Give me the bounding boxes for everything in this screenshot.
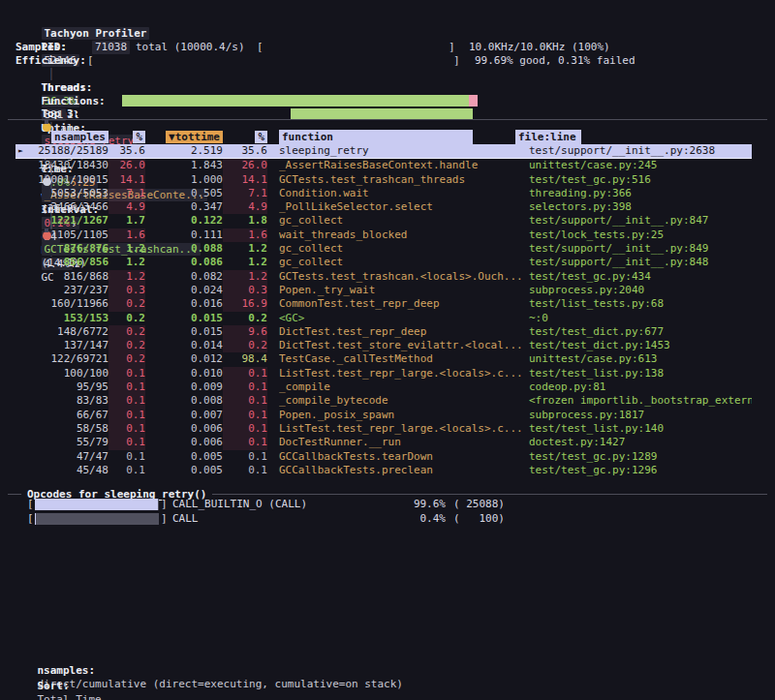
fileline-cell: codeop.py:81 [529, 380, 752, 394]
fileline-cell: ~:0 [529, 312, 752, 325]
table-row[interactable]: 237/237 0.3 0.024 0.3 Popen._try_wait su… [16, 284, 752, 297]
function-cell: _PollLikeSelector.select [279, 200, 529, 214]
pct-cumulative-cell: 14.1 [223, 173, 267, 187]
pct-direct-cell: 0.1 [108, 436, 145, 449]
pct-cumulative-cell: 0.1 [223, 394, 267, 408]
table-row[interactable]: 816/868 1.2 0.082 1.2 GCTests.test_trash… [16, 270, 752, 284]
tottime-cell: 0.007 [145, 409, 223, 422]
nsamples-cell: 122/69721 [16, 352, 108, 366]
tottime-cell: 0.016 [145, 297, 223, 311]
function-cell: GCCallbackTests.preclean [279, 464, 529, 477]
pct-direct-cell: 0.1 [108, 380, 145, 394]
table-row[interactable]: 876/876 1.2 0.088 1.2 gc_collect test/su… [16, 242, 752, 256]
table-row[interactable]: 25188/25189 35.6 2.519 35.6 sleeping_ret… [16, 144, 752, 159]
table-row[interactable]: 148/6772 0.2 0.015 9.6 DictTest.test_rep… [16, 325, 752, 339]
table-row[interactable]: 83/83 0.1 0.008 0.1 _compile_bytecode <f… [16, 394, 752, 408]
efficiency-result: 99.69% good, 0.31% failed [475, 54, 636, 68]
nsamples-cell: 816/868 [16, 270, 108, 284]
tottime-cell: 1.843 [145, 159, 223, 172]
table-row[interactable]: 10001/10015 14.1 1.000 14.1 GCTests.test… [16, 173, 752, 187]
nsamples-cell: 55/79 [16, 436, 108, 449]
efficiency-bar-close: ] [453, 54, 460, 68]
column-header-function[interactable]: function [279, 130, 473, 144]
table-row[interactable]: 3466/3466 4.9 0.347 4.9 _PollLikeSelecto… [16, 200, 752, 214]
nsamples-cell: 1221/1267 [16, 214, 108, 228]
function-cell: gc_collect [279, 214, 529, 228]
function-cell: GCTests.test_trashcan.<locals>.Ouch... [279, 270, 529, 284]
table-row[interactable]: 55/79 0.1 0.006 0.1 DocTestRunner.__run … [16, 436, 752, 449]
pct-direct-cell: 0.1 [108, 422, 145, 436]
tottime-cell: 0.505 [145, 187, 223, 200]
separator-rule [8, 119, 767, 120]
pct-direct-cell: 26.0 [108, 159, 145, 172]
opcode-bar-close: ] [161, 498, 168, 511]
sort-value: Total Time [38, 693, 102, 700]
table-row[interactable]: 160/11966 0.2 0.016 16.9 CommonTest.test… [16, 297, 752, 311]
opcode-pct: 99.6% [370, 498, 446, 511]
pct-direct-cell: 0.2 [108, 312, 145, 325]
function-cell: GCTests.test_trashcan_threads [279, 173, 529, 187]
opcode-bar [35, 513, 159, 525]
column-header-pct-cumulative[interactable]: % [223, 130, 267, 144]
nsamples-cell: 5053/5053 [16, 187, 108, 200]
tottime-cell: 0.005 [145, 464, 223, 477]
nsamples-cell: 47/47 [16, 450, 108, 464]
function-cell: Popen._posix_spawn [279, 409, 529, 422]
function-table-body: 25188/25189 35.6 2.519 35.6 sleeping_ret… [16, 144, 775, 477]
tottime-cell: 0.122 [145, 214, 223, 228]
nsamples-cell: 18430/18430 [16, 159, 108, 172]
function-cell: DocTestRunner.__run [279, 436, 529, 449]
function-cell: wait_threads_blocked [279, 228, 529, 242]
fileline-cell: subprocess.py:1817 [529, 409, 752, 422]
table-row[interactable]: 100/100 0.1 0.010 0.1 ListTest.test_repr… [16, 367, 752, 380]
fileline-cell: test/test_gc.py:516 [529, 173, 752, 187]
tottime-cell: 0.014 [145, 339, 223, 352]
fileline-cell: test/test_list.py:140 [529, 422, 752, 436]
function-cell: Condition.wait [279, 187, 529, 200]
function-cell: Popen._try_wait [279, 284, 529, 297]
samples-label: Samples: [16, 41, 67, 54]
fileline-cell: selectors.py:398 [529, 200, 752, 214]
fileline-cell: unittest/case.py:613 [529, 352, 752, 366]
table-row[interactable]: 58/58 0.1 0.006 0.1 ListTest.test_repr_l… [16, 422, 752, 436]
footer-keys-line: Sort: Total Time │ 't':mode 'x':trends ↔… [12, 666, 771, 680]
table-row[interactable]: 66/67 0.1 0.007 0.1 Popen._posix_spawn s… [16, 409, 752, 422]
column-header-tottime-sorted[interactable]: ▼tottime [145, 130, 223, 144]
table-row[interactable]: 153/153 0.2 0.015 0.2 <GC> ~:0 [16, 312, 752, 325]
column-header-nsamples[interactable]: nsamples [16, 130, 108, 144]
column-header-pct-direct[interactable]: % [108, 130, 145, 144]
table-row[interactable]: 18430/18430 26.0 1.843 26.0 _AssertRaise… [16, 159, 752, 172]
nsamples-cell: 3466/3466 [16, 200, 108, 214]
tottime-cell: 0.015 [145, 325, 223, 339]
table-row[interactable]: 5053/5053 7.1 0.505 7.1 Condition.wait t… [16, 187, 752, 200]
table-row[interactable]: 856/856 1.2 0.086 1.2 gc_collect test/su… [16, 256, 752, 269]
opcode-count: ( 25088) [453, 498, 505, 511]
samples-rate: total (10000.4/s) [136, 41, 245, 54]
pct-direct-cell: 1.2 [108, 242, 145, 256]
tottime-cell: 0.008 [145, 394, 223, 408]
tottime-cell: 0.015 [145, 312, 223, 325]
pct-cumulative-cell: 0.2 [223, 339, 267, 352]
table-row[interactable]: 122/69721 0.2 0.012 98.4 TestCase._callT… [16, 352, 752, 366]
pct-cumulative-cell: 0.1 [223, 422, 267, 436]
column-header-fileline[interactable]: file:line [515, 130, 581, 144]
fileline-cell: test/test_dict.py:1453 [529, 339, 752, 352]
pct-direct-cell: 35.6 [108, 144, 145, 158]
nsamples-cell: 237/237 [16, 284, 108, 297]
function-cell: _compile_bytecode [279, 394, 529, 408]
pct-cumulative-cell: 1.2 [223, 270, 267, 284]
nsamples-cell: 876/876 [16, 242, 108, 256]
table-row[interactable]: 1105/1105 1.6 0.111 1.6 wait_threads_blo… [16, 228, 752, 242]
fileline-cell: test/test_list.py:138 [529, 367, 752, 380]
table-row[interactable]: 45/48 0.1 0.005 0.1 GCCallbackTests.prec… [16, 464, 752, 477]
table-row[interactable]: 47/47 0.1 0.005 0.1 GCCallbackTests.tear… [16, 450, 752, 464]
fileline-cell: <frozen importlib._bootstrap_externa [529, 394, 752, 408]
pct-direct-cell: 0.1 [108, 450, 145, 464]
function-cell: _AssertRaisesBaseContext.handle [279, 159, 529, 172]
table-row[interactable]: 95/95 0.1 0.009 0.1 _compile codeop.py:8… [16, 380, 752, 394]
efficiency-bar-open: [ [87, 54, 94, 68]
table-row[interactable]: 137/147 0.2 0.014 0.2 DictTest.test_stor… [16, 339, 752, 352]
function-table-header: nsamples % ▼tottime % function file:line [16, 130, 581, 144]
fileline-cell: subprocess.py:2040 [529, 284, 752, 297]
table-row[interactable]: 1221/1267 1.7 0.122 1.8 gc_collect test/… [16, 214, 752, 228]
